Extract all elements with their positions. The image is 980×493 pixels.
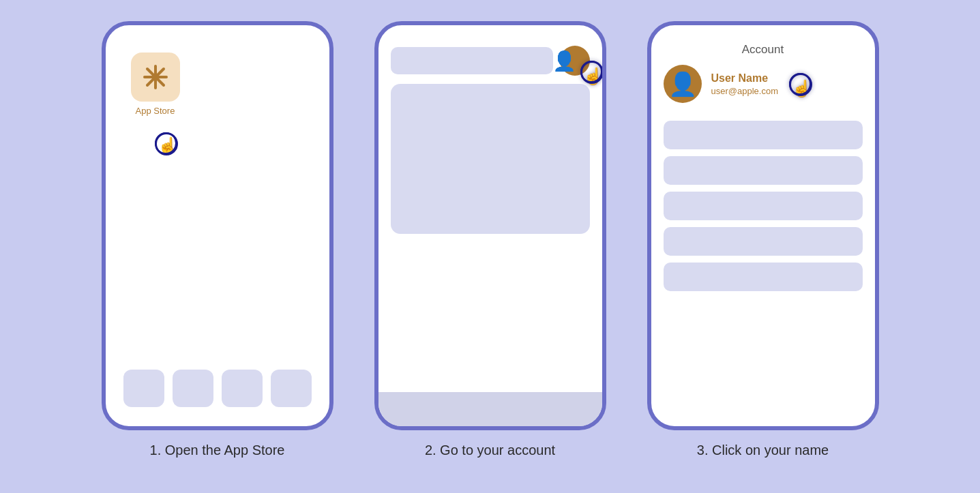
user-name: User Name [711, 72, 778, 85]
phone-frame-1: App Store ☝ [102, 21, 333, 430]
pointing-hand-icon-1: ☝ [158, 136, 178, 155]
step-1: App Store ☝ 1. Open the App Store [102, 21, 333, 458]
search-bar-row: 👤 ☝ [391, 46, 590, 76]
menu-item-1[interactable] [664, 121, 863, 149]
step-2-label: 2. Go to your account [425, 443, 555, 458]
user-avatar-icon: 👤 [668, 70, 697, 98]
menu-item-4[interactable] [664, 227, 863, 256]
menu-item-3[interactable] [664, 192, 863, 220]
tap-cursor-2: ☝ [583, 65, 604, 87]
dock-icon-2 [173, 370, 213, 407]
app-store-label: App Store [136, 106, 175, 116]
account-title: Account [664, 43, 863, 57]
pointing-hand-icon-3: ☝ [792, 79, 812, 98]
account-screen: Account 👤 User Name user@apple.com ☝ [664, 39, 863, 413]
app-store-screen: 👤 ☝ [391, 39, 590, 413]
phone-frame-3: Account 👤 User Name user@apple.com ☝ [647, 21, 879, 430]
user-info-row[interactable]: 👤 User Name user@apple.com ☝ [664, 65, 863, 103]
user-avatar: 👤 [664, 65, 702, 103]
dock-icon-1 [123, 370, 164, 407]
dock-icon-3 [222, 370, 263, 407]
dock-icon-4 [271, 370, 312, 407]
app-store-icon-container: App Store ☝ [125, 53, 186, 135]
home-screen: App Store ☝ [118, 39, 317, 413]
app-store-symbol [131, 53, 180, 102]
user-email: user@apple.com [711, 86, 778, 96]
step-1-label: 1. Open the App Store [150, 443, 285, 458]
step-3: Account 👤 User Name user@apple.com ☝ [647, 21, 879, 458]
tap-cursor-3: ☝ [792, 77, 812, 99]
pointing-hand-icon-2: ☝ [583, 67, 604, 86]
phone-frame-2: 👤 ☝ [374, 21, 606, 430]
featured-content-block [391, 84, 590, 234]
tap-cursor-1: ☝ [158, 136, 178, 155]
user-details: User Name user@apple.com [711, 72, 778, 96]
menu-item-2[interactable] [664, 156, 863, 185]
menu-items [664, 121, 863, 291]
app-store-bottom-bar [378, 392, 602, 426]
dock [118, 363, 317, 413]
step-2: 👤 ☝ 2. Go to your account [374, 21, 606, 458]
steps-container: App Store ☝ 1. Open the App Store [102, 21, 879, 472]
search-bar [391, 47, 553, 74]
step-3-label: 3. Click on your name [697, 443, 829, 458]
app-store-icon[interactable] [131, 53, 180, 102]
account-avatar[interactable]: 👤 ☝ [560, 46, 590, 76]
menu-item-5[interactable] [664, 263, 863, 291]
account-icon: 👤 [552, 50, 576, 72]
